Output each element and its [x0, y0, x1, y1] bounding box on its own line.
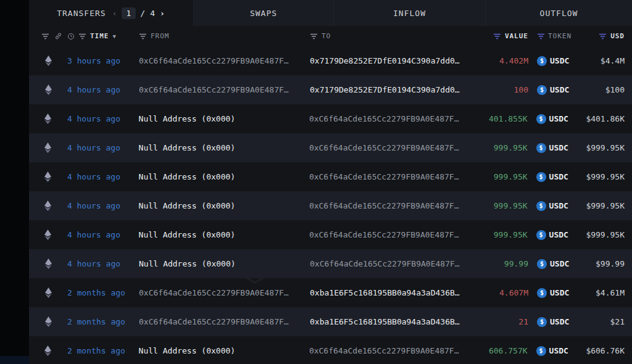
from-address[interactable]: Null Address (0x000)	[139, 143, 236, 152]
to-address[interactable]: 0xC6f64aCde165Cc2279FB9A0E487F…	[309, 172, 459, 181]
filter-icon[interactable]	[599, 33, 607, 39]
filter-icon[interactable]	[78, 33, 86, 39]
usd-amount: $999.95K	[586, 230, 625, 239]
ethereum-icon	[45, 287, 52, 298]
table-row[interactable]: 4 hours ago Null Address (0x000) 0xC6f64…	[29, 133, 632, 162]
time-link[interactable]: 3 hours ago	[67, 56, 120, 65]
table-row[interactable]: 2 months ago 0xC6f64aCde165Cc2279FB9A0E4…	[29, 278, 632, 307]
usd-amount: $21	[610, 317, 625, 326]
chevron-down-icon[interactable]: ▼	[113, 33, 116, 39]
filter-icon[interactable]	[310, 33, 318, 39]
page-current[interactable]: 1	[122, 7, 136, 19]
filter-icon[interactable]	[537, 33, 545, 39]
time-link[interactable]: 4 hours ago	[67, 85, 120, 94]
usd-amount: $99.99	[596, 259, 625, 268]
pagination: ‹ 1 / 4 ›	[112, 7, 165, 19]
table-row[interactable]: 4 hours ago Null Address (0x000) 0xC6f64…	[29, 249, 632, 278]
usdc-token-icon: $	[536, 143, 546, 153]
value-amount: 999.95K	[494, 143, 528, 152]
time-link[interactable]: 4 hours ago	[67, 259, 120, 268]
transfers-table: 3 hours ago 0xC6f64aCde165Cc2279FB9A0E48…	[29, 46, 632, 364]
ethereum-icon	[45, 85, 52, 95]
from-address[interactable]: 0xC6f64aCde165Cc2279FB9A0E487F…	[139, 85, 289, 94]
table-row[interactable]: 2 months ago 0xC6f64aCde165Cc2279FB9A0E4…	[29, 307, 632, 336]
left-rail-footer	[0, 356, 29, 364]
usd-amount: $401.86K	[586, 114, 625, 123]
to-address[interactable]: 0xC6f64aCde165Cc2279FB9A0E487F…	[309, 230, 459, 239]
to-address[interactable]: 0x7179De8252E7DfE0194C390a7dd0…	[310, 56, 460, 65]
to-address[interactable]: 0x7179De8252E7DfE0194C390a7dd0…	[310, 85, 460, 94]
table-row[interactable]: 4 hours ago Null Address (0x000) 0xC6f64…	[29, 162, 632, 191]
time-link[interactable]: 4 hours ago	[67, 201, 120, 210]
column-header-from[interactable]: FROM	[151, 32, 170, 40]
from-address[interactable]: Null Address (0x000)	[139, 230, 236, 239]
time-link[interactable]: 2 months ago	[67, 317, 125, 326]
token-symbol: USDC	[549, 172, 568, 181]
filter-icon[interactable]	[493, 33, 501, 39]
from-address[interactable]: Null Address (0x000)	[139, 201, 236, 210]
time-link[interactable]: 4 hours ago	[67, 230, 120, 239]
table-row[interactable]: 4 hours ago Null Address (0x000) 0xC6f64…	[29, 191, 632, 220]
table-row[interactable]: 3 hours ago 0xC6f64aCde165Cc2279FB9A0E48…	[29, 46, 632, 75]
left-rail	[0, 0, 29, 356]
to-address[interactable]: 0xC6f64aCde165Cc2279FB9A0E487F…	[310, 259, 460, 268]
from-address[interactable]: 0xC6f64aCde165Cc2279FB9A0E487F…	[139, 288, 289, 297]
value-amount: 4.607M	[499, 288, 528, 297]
usd-amount: $999.95K	[586, 201, 625, 210]
to-address[interactable]: 0xC6f64aCde165Cc2279FB9A0E487F…	[309, 143, 459, 152]
table-row[interactable]: 2 months ago Null Address (0x000) 0xC6f6…	[29, 336, 632, 364]
filter-icon[interactable]	[139, 33, 147, 39]
tab-transfers[interactable]: TRANSFERS ‹ 1 / 4 ›	[29, 0, 193, 26]
time-link[interactable]: 2 months ago	[67, 288, 125, 297]
value-amount: 606.757K	[489, 346, 528, 355]
to-address[interactable]: 0xba1E6F5c168195BB0a94a3aD436B…	[310, 288, 460, 297]
time-link[interactable]: 4 hours ago	[67, 143, 120, 152]
ethereum-icon	[44, 143, 51, 153]
from-address[interactable]: 0xC6f64aCde165Cc2279FB9A0E487F…	[139, 317, 289, 326]
value-amount: 100	[514, 85, 528, 94]
ethereum-icon	[44, 172, 51, 182]
usdc-token-icon: $	[536, 346, 546, 356]
column-header-to[interactable]: TO	[322, 32, 331, 40]
time-link[interactable]: 2 months ago	[67, 346, 125, 355]
table-header: TIME ▼ FROM TO VALUE	[29, 26, 632, 46]
from-address[interactable]: Null Address (0x000)	[139, 259, 236, 268]
column-header-time[interactable]: TIME	[90, 32, 109, 40]
token-symbol: USDC	[549, 114, 568, 123]
from-address[interactable]: Null Address (0x000)	[139, 172, 236, 181]
value-amount: 999.95K	[494, 230, 528, 239]
time-link[interactable]: 4 hours ago	[67, 172, 120, 181]
from-address[interactable]: Null Address (0x000)	[139, 114, 236, 123]
to-address[interactable]: 0xC6f64aCde165Cc2279FB9A0E487F…	[309, 346, 459, 355]
table-row[interactable]: 4 hours ago 0xC6f64aCde165Cc2279FB9A0E48…	[29, 75, 632, 104]
usd-amount: $100	[605, 85, 625, 94]
filter-icon[interactable]	[41, 33, 49, 39]
link-icon[interactable]	[54, 32, 62, 40]
to-address[interactable]: 0xba1E6F5c168195BB0a94a3aD436B…	[310, 317, 460, 326]
to-address[interactable]: 0xC6f64aCde165Cc2279FB9A0E487F…	[309, 201, 459, 210]
tab-outflow[interactable]: OUTFLOW	[485, 0, 632, 26]
column-header-token[interactable]: TOKEN	[548, 32, 572, 40]
transfers-panel: TRANSFERS ‹ 1 / 4 › SWAPS INFLOW OUTFLOW	[29, 0, 632, 364]
table-row[interactable]: 4 hours ago Null Address (0x000) 0xC6f64…	[29, 220, 632, 249]
tab-outflow-label: OUTFLOW	[540, 9, 578, 18]
page-prev-button[interactable]: ‹	[112, 9, 118, 18]
from-address[interactable]: Null Address (0x000)	[139, 346, 236, 355]
clock-icon[interactable]	[67, 33, 75, 40]
token-symbol: USDC	[549, 346, 568, 355]
value-amount: 999.95K	[494, 201, 528, 210]
from-address[interactable]: 0xC6f64aCde165Cc2279FB9A0E487F…	[139, 56, 289, 65]
value-amount: 999.95K	[494, 172, 528, 181]
ethereum-icon	[44, 114, 51, 124]
time-link[interactable]: 4 hours ago	[67, 114, 120, 123]
usd-amount: $606.76K	[586, 346, 625, 355]
column-header-value[interactable]: VALUE	[505, 32, 528, 40]
tab-swaps[interactable]: SWAPS	[193, 0, 333, 26]
to-address[interactable]: 0xC6f64aCde165Cc2279FB9A0E487F…	[309, 114, 459, 123]
column-header-usd[interactable]: USD	[610, 32, 625, 40]
page-separator: /	[140, 9, 146, 18]
tab-inflow[interactable]: INFLOW	[333, 0, 485, 26]
token-symbol: USDC	[550, 56, 569, 65]
page-next-button[interactable]: ›	[160, 9, 165, 18]
table-row[interactable]: 4 hours ago Null Address (0x000) 0xC6f64…	[29, 104, 632, 133]
